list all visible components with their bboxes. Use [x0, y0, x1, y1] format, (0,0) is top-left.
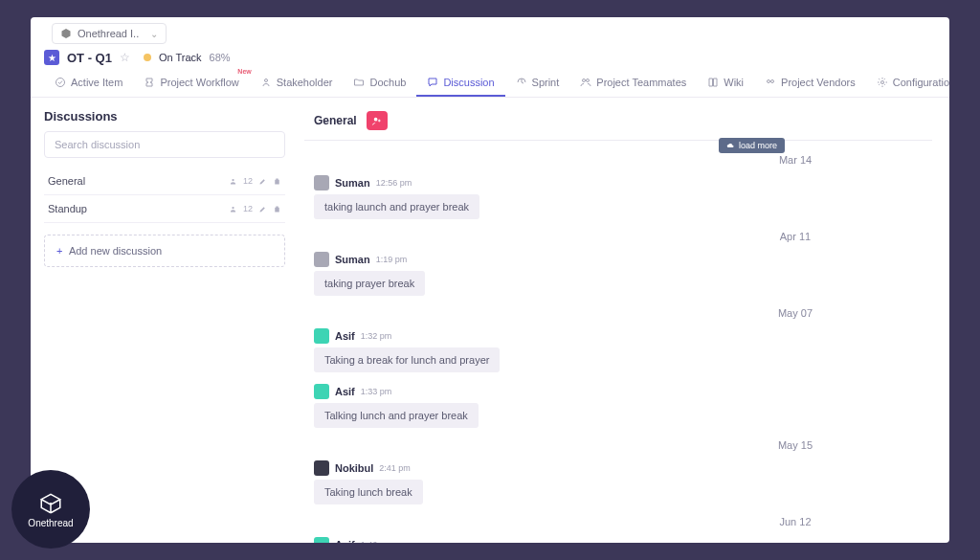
message-body: Taking lunch break [314, 480, 423, 504]
edit-icon[interactable] [258, 177, 267, 186]
check-circle-icon [55, 77, 66, 88]
delete-icon[interactable] [273, 205, 281, 213]
content-body: Discussions General12Standup12 + Add new… [31, 98, 949, 543]
user-plus-icon [371, 116, 382, 126]
date-divider: May 07 [314, 307, 932, 319]
svg-point-5 [771, 80, 774, 83]
message-header: Asif1:32 pm [314, 328, 932, 344]
discussion-meta: 12 [229, 204, 281, 213]
discussion-meta: 12 [229, 176, 281, 186]
tab-project-teammates[interactable]: Project Teammates [569, 69, 697, 97]
cube-icon [38, 491, 63, 516]
discussions-heading: Discussions [44, 109, 285, 123]
sprint-icon [516, 77, 527, 88]
svg-point-9 [374, 117, 378, 121]
tab-wiki[interactable]: Wiki [697, 69, 754, 97]
discussion-item[interactable]: General12 [44, 168, 285, 195]
message: Asif1:32 pmTaking a break for lunch and … [314, 328, 932, 372]
onethread-logo-badge: Onethread [11, 470, 90, 549]
message-header: Asif1:33 pm [314, 384, 932, 399]
team-icon [580, 77, 591, 88]
tab-label: Wiki [724, 77, 744, 88]
svg-point-6 [880, 81, 883, 84]
search-discussion-input[interactable] [44, 131, 285, 158]
tab-label: Project Teammates [596, 77, 686, 88]
status-dot [144, 54, 151, 61]
org-selector[interactable]: Onethread I.. ⌄ [52, 23, 167, 44]
org-icon [60, 28, 72, 39]
avatar [314, 384, 329, 399]
edit-icon[interactable] [258, 205, 267, 213]
avatar [314, 537, 329, 543]
tab-dochub[interactable]: Dochub [343, 69, 416, 97]
tab-project-vendors[interactable]: Project Vendors [754, 69, 866, 97]
avatar [314, 328, 329, 344]
message: Suman12:56 pmtaking launch and prayer br… [314, 175, 932, 219]
message-time: 1:19 pm [376, 255, 408, 264]
message-author: Suman [335, 254, 370, 265]
tab-label: Discussion [443, 77, 494, 88]
chevron-down-icon: ⌄ [150, 29, 158, 39]
tab-label: Dochub [369, 77, 406, 88]
svg-point-0 [56, 78, 65, 87]
svg-point-3 [587, 79, 590, 82]
tab-label: Stakeholder [277, 77, 333, 88]
message-author: Asif [335, 539, 355, 543]
message-time: 1:32 pm [361, 331, 392, 341]
gear-icon [877, 77, 888, 88]
message: Suman1:19 pmtaking prayer break [314, 252, 932, 296]
favorite-star-icon[interactable]: ☆ [120, 51, 130, 64]
tab-active-item[interactable]: Active Item [44, 69, 133, 97]
channel-members-button[interactable] [367, 111, 388, 130]
message-time: 1:46 pm [361, 540, 392, 543]
chat-icon [427, 77, 438, 88]
message: Asif1:46 pmTaking lunch and prayer break [314, 537, 932, 543]
svg-point-8 [232, 206, 234, 208]
message-time: 2:41 pm [379, 463, 411, 473]
message-body: Talking lunch and prayer break [314, 403, 479, 428]
stakeholder-icon [260, 77, 272, 88]
message-author: Nokibul [335, 462, 373, 474]
date-divider: May 15 [314, 439, 932, 451]
progress-percent: 68% [210, 52, 231, 63]
vendors-icon [765, 77, 776, 88]
channel-name: General [314, 114, 357, 127]
date-divider: Jun 12 [314, 516, 932, 527]
message-author: Asif [335, 330, 355, 342]
tab-stakeholder[interactable]: Stakeholder [250, 69, 344, 97]
message-header: Suman1:19 pm [314, 252, 932, 267]
message-body: Taking a break for lunch and prayer [314, 347, 500, 372]
members-icon [229, 205, 237, 213]
discussion-name: Standup [48, 203, 87, 214]
channel-header: General [304, 107, 932, 141]
tab-discussion[interactable]: Discussion [416, 69, 504, 97]
add-discussion-label: Add new discussion [69, 245, 162, 257]
project-header: ★ OT - Q1 ☆ On Track 68% [31, 44, 949, 65]
tab-label: Project Vendors [781, 77, 856, 88]
status-label: On Track [159, 52, 202, 63]
svg-point-7 [232, 178, 234, 180]
topbar: Onethread I.. ⌄ [31, 17, 949, 44]
project-tabs: Active Item Project Workflow New Stakeho… [31, 69, 949, 98]
message-body: taking prayer break [314, 271, 425, 296]
tab-configuration[interactable]: Configuration [866, 69, 949, 97]
app-window: Onethread I.. ⌄ ★ OT - Q1 ☆ On Track 68%… [31, 17, 949, 543]
add-new-discussion[interactable]: + Add new discussion [44, 235, 285, 267]
tab-project-workflow[interactable]: Project Workflow New [133, 69, 249, 97]
project-title: OT - Q1 [67, 51, 112, 65]
avatar [314, 175, 329, 190]
discussion-item[interactable]: Standup12 [44, 195, 285, 223]
workflow-icon [144, 77, 155, 88]
avatar [314, 252, 329, 267]
message: Nokibul2:41 pmTaking lunch break [314, 460, 932, 504]
tab-sprint[interactable]: Sprint [505, 69, 570, 97]
folder-icon [353, 77, 365, 88]
delete-icon[interactable] [273, 177, 281, 186]
message: Asif1:33 pmTalking lunch and prayer brea… [314, 384, 932, 428]
brand-name: Onethread [28, 518, 73, 528]
message-header: Asif1:46 pm [314, 537, 932, 543]
message-time: 1:33 pm [361, 387, 392, 396]
member-count: 12 [243, 176, 253, 186]
member-count: 12 [243, 204, 253, 213]
message-time: 12:56 pm [376, 178, 412, 188]
